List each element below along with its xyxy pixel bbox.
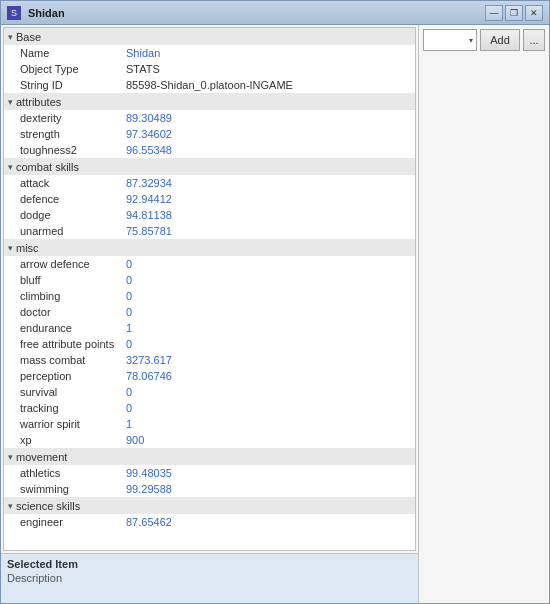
- key-perception: perception: [6, 370, 126, 382]
- row-arrow-defence[interactable]: arrow defence 0: [4, 256, 415, 272]
- key-climbing: climbing: [6, 290, 126, 302]
- value-toughness2: 96.55348: [126, 144, 172, 156]
- dots-button[interactable]: ...: [523, 29, 545, 51]
- section-science-skills[interactable]: ▾ science skills: [4, 497, 415, 514]
- row-attack[interactable]: attack 87.32934: [4, 175, 415, 191]
- key-bluff: bluff: [6, 274, 126, 286]
- value-perception: 78.06746: [126, 370, 172, 382]
- value-tracking: 0: [126, 402, 132, 414]
- key-toughness2: toughness2: [6, 144, 126, 156]
- section-base[interactable]: ▾ Base: [4, 28, 415, 45]
- value-unarmed: 75.85781: [126, 225, 172, 237]
- row-perception[interactable]: perception 78.06746: [4, 368, 415, 384]
- row-unarmed[interactable]: unarmed 75.85781: [4, 223, 415, 239]
- value-arrow-defence: 0: [126, 258, 132, 270]
- main-window: S Shidan — ❐ ✕ ▾ Base Name Shidan Obje: [0, 0, 550, 604]
- selected-item-description: Description: [7, 572, 412, 584]
- arrow-combat-skills: ▾: [8, 162, 13, 172]
- value-strength: 97.34602: [126, 128, 172, 140]
- tree-container[interactable]: ▾ Base Name Shidan Object Type STATS Str…: [3, 27, 416, 551]
- row-xp[interactable]: xp 900: [4, 432, 415, 448]
- dropdown-arrow-icon: ▾: [469, 36, 473, 45]
- window-icon: S: [7, 6, 21, 20]
- key-name: Name: [6, 47, 126, 59]
- key-doctor: doctor: [6, 306, 126, 318]
- row-string-id[interactable]: String ID 85598-Shidan_0.platoon-INGAME: [4, 77, 415, 93]
- row-tracking[interactable]: tracking 0: [4, 400, 415, 416]
- section-attributes-label: attributes: [16, 96, 61, 108]
- value-defence: 92.94412: [126, 193, 172, 205]
- left-panel: ▾ Base Name Shidan Object Type STATS Str…: [1, 25, 419, 603]
- row-mass-combat[interactable]: mass combat 3273.617: [4, 352, 415, 368]
- row-climbing[interactable]: climbing 0: [4, 288, 415, 304]
- section-combat-skills-label: combat skills: [16, 161, 79, 173]
- arrow-science-skills: ▾: [8, 501, 13, 511]
- key-mass-combat: mass combat: [6, 354, 126, 366]
- window-controls: — ❐ ✕: [485, 5, 543, 21]
- row-strength[interactable]: strength 97.34602: [4, 126, 415, 142]
- value-xp: 900: [126, 434, 144, 446]
- value-object-type: STATS: [126, 63, 160, 75]
- row-athletics[interactable]: athletics 99.48035: [4, 465, 415, 481]
- value-mass-combat: 3273.617: [126, 354, 172, 366]
- dropdown-button[interactable]: ▾: [423, 29, 477, 51]
- value-warrior-spirit: 1: [126, 418, 132, 430]
- value-bluff: 0: [126, 274, 132, 286]
- value-engineer: 87.65462: [126, 516, 172, 528]
- row-dexterity[interactable]: dexterity 89.30489: [4, 110, 415, 126]
- key-strength: strength: [6, 128, 126, 140]
- row-name[interactable]: Name Shidan: [4, 45, 415, 61]
- row-survival[interactable]: survival 0: [4, 384, 415, 400]
- section-misc[interactable]: ▾ misc: [4, 239, 415, 256]
- row-doctor[interactable]: doctor 0: [4, 304, 415, 320]
- close-button[interactable]: ✕: [525, 5, 543, 21]
- value-string-id: 85598-Shidan_0.platoon-INGAME: [126, 79, 293, 91]
- add-button[interactable]: Add: [480, 29, 520, 51]
- window-title: Shidan: [28, 7, 65, 19]
- key-arrow-defence: arrow defence: [6, 258, 126, 270]
- value-athletics: 99.48035: [126, 467, 172, 479]
- row-warrior-spirit[interactable]: warrior spirit 1: [4, 416, 415, 432]
- arrow-base: ▾: [8, 32, 13, 42]
- key-endurance: endurance: [6, 322, 126, 334]
- minimize-button[interactable]: —: [485, 5, 503, 21]
- arrow-movement: ▾: [8, 452, 13, 462]
- section-base-label: Base: [16, 31, 41, 43]
- value-free-attribute-points: 0: [126, 338, 132, 350]
- row-defence[interactable]: defence 92.94412: [4, 191, 415, 207]
- key-survival: survival: [6, 386, 126, 398]
- selected-item-title: Selected Item: [7, 558, 412, 570]
- row-bluff[interactable]: bluff 0: [4, 272, 415, 288]
- row-endurance[interactable]: endurance 1: [4, 320, 415, 336]
- key-unarmed: unarmed: [6, 225, 126, 237]
- section-combat-skills[interactable]: ▾ combat skills: [4, 158, 415, 175]
- value-endurance: 1: [126, 322, 132, 334]
- key-object-type: Object Type: [6, 63, 126, 75]
- row-swimming[interactable]: swimming 99.29588: [4, 481, 415, 497]
- key-dodge: dodge: [6, 209, 126, 221]
- section-attributes[interactable]: ▾ attributes: [4, 93, 415, 110]
- key-defence: defence: [6, 193, 126, 205]
- arrow-attributes: ▾: [8, 97, 13, 107]
- window-body: ▾ Base Name Shidan Object Type STATS Str…: [1, 25, 549, 603]
- arrow-misc: ▾: [8, 243, 13, 253]
- row-object-type[interactable]: Object Type STATS: [4, 61, 415, 77]
- row-dodge[interactable]: dodge 94.81138: [4, 207, 415, 223]
- section-movement[interactable]: ▾ movement: [4, 448, 415, 465]
- title-bar: S Shidan — ❐ ✕: [1, 1, 549, 25]
- selected-item-section: Selected Item Description: [1, 553, 418, 603]
- value-survival: 0: [126, 386, 132, 398]
- maximize-button[interactable]: ❐: [505, 5, 523, 21]
- key-xp: xp: [6, 434, 126, 446]
- value-dexterity: 89.30489: [126, 112, 172, 124]
- key-tracking: tracking: [6, 402, 126, 414]
- row-toughness2[interactable]: toughness2 96.55348: [4, 142, 415, 158]
- key-swimming: swimming: [6, 483, 126, 495]
- row-free-attribute-points[interactable]: free attribute points 0: [4, 336, 415, 352]
- value-dodge: 94.81138: [126, 209, 172, 221]
- row-engineer[interactable]: engineer 87.65462: [4, 514, 415, 530]
- key-athletics: athletics: [6, 467, 126, 479]
- right-panel: ▾ Add ...: [419, 25, 549, 603]
- key-attack: attack: [6, 177, 126, 189]
- key-warrior-spirit: warrior spirit: [6, 418, 126, 430]
